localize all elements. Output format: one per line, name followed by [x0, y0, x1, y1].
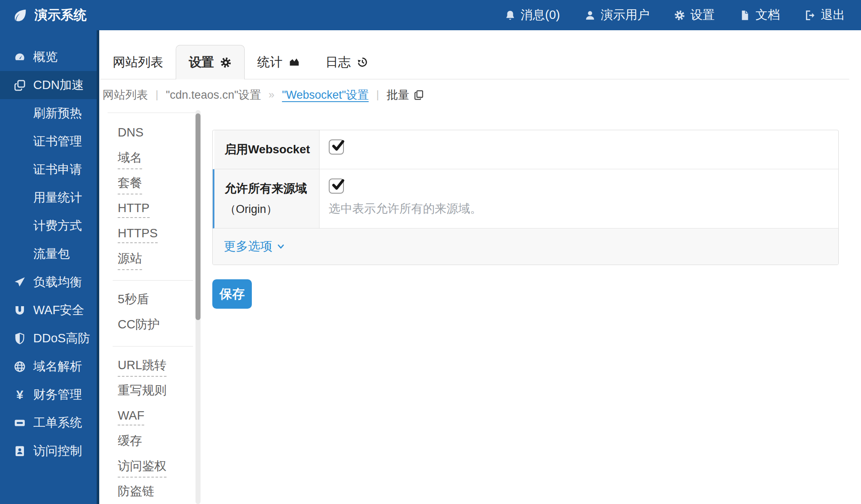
topbar-item-settings[interactable]: 设置	[674, 7, 715, 24]
subnav-scrollbar-thumb[interactable]	[195, 113, 201, 320]
ticket-icon	[13, 417, 26, 429]
tab-site-list[interactable]: 网站列表	[100, 45, 176, 79]
subnav-item-hotlink[interactable]: 防盗链	[118, 480, 195, 504]
sidebar-item-finance[interactable]: ¥ 财务管理	[0, 381, 97, 409]
subnav-item-cc-protect[interactable]: CC防护	[118, 313, 195, 339]
allow-all-origins-label: 允许所有来源域	[224, 181, 315, 197]
allow-all-origins-hint: 选中表示允许所有的来源域。	[329, 201, 838, 217]
globe-icon	[13, 360, 26, 373]
subnav-item-cache[interactable]: 缓存	[118, 430, 195, 455]
form-row-allow-all-origins: 允许所有来源域 （Origin） 选中表示允许所有的来源域。	[213, 169, 838, 228]
subnav-item-dns[interactable]: DNS	[118, 121, 195, 147]
topbar-item-messages[interactable]: 消息(0)	[504, 7, 560, 24]
magnet-icon	[13, 304, 26, 317]
topbar: 演示系统 消息(0) 演示用户 设置	[0, 0, 861, 30]
clone-icon	[13, 79, 26, 92]
more-options-link[interactable]: 更多选项	[224, 238, 285, 255]
sidebar-item-access-control[interactable]: 访问控制	[0, 437, 97, 465]
gear-icon	[674, 10, 685, 21]
shield-icon	[13, 332, 26, 345]
subnav-scrollbar[interactable]	[195, 110, 201, 504]
sidebar-item-overview[interactable]: 概览	[0, 43, 97, 71]
topbar-menu: 消息(0) 演示用户 设置 文档	[504, 7, 845, 24]
sidebar-item-ddos[interactable]: DDoS高防	[0, 324, 97, 352]
sidebar-item-cdn[interactable]: CDN加速	[0, 71, 97, 99]
copy-icon	[413, 89, 424, 100]
websocket-settings-form: 启用Websocket 允许所有来源域	[212, 130, 839, 504]
brand: 演示系统	[13, 6, 87, 24]
sidebar-item-tickets[interactable]: 工单系统	[0, 409, 97, 437]
check-icon	[330, 138, 346, 153]
paper-plane-icon	[13, 276, 26, 289]
topbar-item-docs[interactable]: 文档	[739, 7, 780, 24]
breadcrumb-separator: |	[376, 89, 379, 101]
tab-settings[interactable]: 设置	[176, 45, 245, 79]
topbar-item-logout[interactable]: 退出	[804, 7, 845, 24]
leaf-icon	[13, 8, 28, 23]
subnav-item-origin[interactable]: 源站	[118, 247, 195, 273]
breadcrumb: 网站列表 | "cdn.teaos.cn"设置 » "Websocket"设置 …	[103, 79, 861, 110]
subnav-item-plan[interactable]: 套餐	[118, 172, 195, 197]
bell-icon	[504, 10, 516, 21]
subnav-item-domain[interactable]: 域名	[118, 147, 195, 172]
chevron-down-icon	[277, 242, 285, 251]
enable-websocket-label: 启用Websocket	[224, 142, 315, 158]
brand-title: 演示系统	[34, 6, 87, 24]
allow-all-origins-checkbox[interactable]	[329, 178, 344, 194]
form-row-enable-websocket: 启用Websocket	[213, 130, 838, 169]
subnav-divider	[113, 280, 193, 281]
breadcrumb-separator: »	[269, 89, 275, 101]
subnav-item-http[interactable]: HTTP	[118, 197, 195, 222]
sidebar-item-refresh-preheat[interactable]: 刷新预热	[0, 99, 97, 127]
sidebar-item-load-balancer[interactable]: 负载均衡	[0, 268, 97, 296]
sidebar-item-traffic-package[interactable]: 流量包	[0, 240, 97, 268]
breadcrumb-separator: |	[156, 89, 158, 101]
topbar-item-user[interactable]: 演示用户	[584, 7, 650, 24]
id-card-icon	[13, 445, 26, 457]
sidebar-item-usage-stats[interactable]: 用量统计	[0, 184, 97, 212]
origin-sublabel: （Origin）	[224, 202, 315, 217]
subnav-item-https[interactable]: HTTPS	[118, 222, 195, 247]
settings-table: 启用Websocket 允许所有来源域	[212, 130, 839, 265]
sign-out-icon	[804, 10, 816, 21]
breadcrumb-websocket-settings[interactable]: "Websocket"设置	[282, 87, 369, 102]
sidebar-item-dns-resolve[interactable]: 域名解析	[0, 352, 97, 381]
subnav-item-5s-shield[interactable]: 5秒盾	[118, 288, 195, 313]
subnav-item-waf[interactable]: WAF	[118, 404, 195, 430]
history-icon	[357, 56, 368, 68]
subnav-item-rewrite-rules[interactable]: 重写规则	[118, 379, 195, 404]
sidebar-item-waf[interactable]: WAF安全	[0, 296, 97, 324]
sidebar-item-billing-method[interactable]: 计费方式	[0, 212, 97, 240]
subnav-item-url-redirect[interactable]: URL跳转	[118, 354, 195, 379]
document-icon	[739, 10, 750, 21]
subnav-divider	[113, 346, 193, 346]
chart-area-icon	[288, 56, 300, 68]
breadcrumb-domain-settings[interactable]: "cdn.teaos.cn"设置	[166, 87, 261, 102]
sidebar: 概览 CDN加速 刷新预热 证书管理 证书申请 用量统计 计费方式 流量包	[0, 30, 99, 504]
tab-bar: 网站列表 设置 统计 日志	[100, 45, 849, 79]
breadcrumb-batch-link[interactable]: 批量	[386, 87, 424, 102]
user-icon	[584, 10, 596, 21]
enable-websocket-checkbox[interactable]	[329, 139, 344, 155]
settings-subnav: DNS 域名 套餐 HTTP HTTPS 源站 5秒盾 CC防护 URL跳转 重…	[108, 113, 195, 504]
tab-logs[interactable]: 日志	[313, 45, 381, 79]
table-footer: 更多选项	[213, 228, 838, 265]
main-content: 网站列表 设置 统计 日志	[99, 30, 861, 504]
gear-icon	[220, 57, 232, 68]
save-button[interactable]: 保存	[212, 279, 252, 309]
subnav-item-auth[interactable]: 访问鉴权	[118, 455, 195, 480]
breadcrumb-site-list[interactable]: 网站列表	[103, 87, 148, 102]
tab-statistics[interactable]: 统计	[245, 45, 313, 79]
sidebar-item-cert-manage[interactable]: 证书管理	[0, 127, 97, 155]
sidebar-item-cert-apply[interactable]: 证书申请	[0, 155, 97, 184]
yen-icon: ¥	[16, 388, 24, 402]
check-icon	[330, 177, 346, 192]
dashboard-icon	[13, 51, 26, 63]
